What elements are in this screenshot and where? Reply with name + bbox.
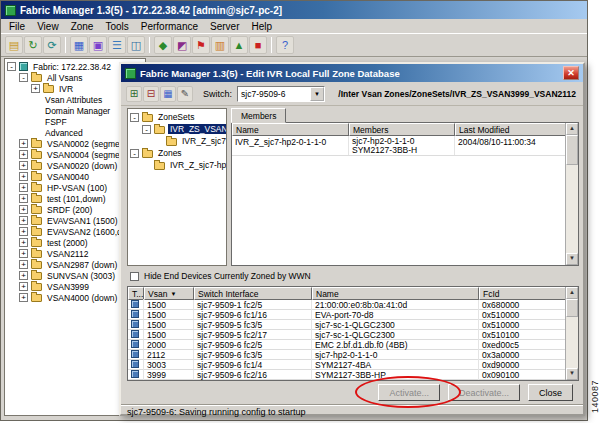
map-layout-icon[interactable]: ▦ — [70, 36, 88, 54]
tree-expander-icon[interactable]: + — [19, 194, 28, 203]
tree-expander-icon[interactable]: - — [130, 113, 139, 122]
column-header-name[interactable]: Name — [232, 123, 349, 136]
tree-expander-icon[interactable]: + — [19, 260, 28, 269]
edit-zone-icon[interactable]: ✎ — [177, 86, 193, 102]
menu-item[interactable]: File — [3, 20, 31, 33]
device-row[interactable]: 1500 sjc7-9509-6 fc1/16 EVA-port-70-d8 0… — [128, 310, 578, 320]
device-row[interactable]: 1500 sjc7-9509-1 fc2/5 21:00:00:e0:8b:0a… — [128, 300, 578, 310]
tree-expander-icon[interactable]: + — [19, 216, 28, 225]
tree-expander-icon[interactable]: - — [142, 125, 151, 134]
members-table-row[interactable]: IVR_Z_sjc7-hp2-0-1-1-0 sjc7-hp2-0-1-1-0 … — [232, 136, 578, 156]
switch-selector[interactable]: sjc7-9509-6 ▼ — [237, 86, 325, 102]
close-icon[interactable]: ✕ — [563, 66, 579, 80]
scroll-thumb[interactable] — [566, 135, 578, 165]
scroll-down-icon[interactable]: ▼ — [566, 368, 578, 380]
close-button[interactable]: Close — [528, 384, 573, 401]
zone-tree-item[interactable]: - Zones — [130, 147, 226, 159]
ivr-zone-icon[interactable]: ◩ — [173, 36, 191, 54]
tree-expander-icon[interactable]: + — [19, 282, 28, 291]
tab-members[interactable]: Members — [231, 108, 286, 123]
scroll-up-icon[interactable]: ▲ — [566, 123, 578, 135]
device-row[interactable]: 1500 sjc7-9509-5 fc3/5 sjc7-sc-1-QLGC230… — [128, 320, 578, 330]
scroll-down-icon[interactable]: ▼ — [566, 253, 578, 265]
menu-item[interactable]: Server — [204, 20, 245, 33]
stop-icon[interactable]: ■ — [249, 36, 267, 54]
menu-item[interactable]: View — [31, 20, 65, 33]
tree-expander-icon[interactable]: + — [19, 205, 28, 214]
tree-expander-icon[interactable]: - — [7, 62, 16, 71]
tree-expander-icon[interactable]: + — [19, 161, 28, 170]
devices-scrollbar[interactable]: ▲ ▼ — [565, 287, 578, 380]
summary-view-icon[interactable]: ☰ — [108, 36, 126, 54]
tree-expander-icon[interactable]: + — [19, 293, 28, 302]
tree-item-label: SUNVSAN (3003) — [45, 271, 117, 281]
scroll-thumb[interactable] — [566, 299, 578, 317]
folder-icon — [31, 283, 42, 291]
zone-tree-item[interactable]: - ZoneSets — [130, 111, 226, 123]
tree-expander-icon[interactable]: - — [130, 149, 139, 158]
members-scrollbar[interactable]: ▲ ▼ — [565, 123, 578, 265]
tree-expander-icon[interactable]: + — [19, 150, 28, 159]
toolbar-separator — [65, 37, 66, 53]
column-header-vsan[interactable]: Vsan ▼ — [144, 287, 194, 300]
vsan-cell: 1500 — [144, 320, 194, 330]
clone-zone-icon[interactable]: ▦ — [160, 86, 176, 102]
delete-row-icon[interactable]: ⊟ — [143, 86, 159, 102]
hide-end-devices-checkbox[interactable] — [130, 272, 139, 281]
tree-expander-icon[interactable]: + — [19, 183, 28, 192]
dialog-title: Fabric Manager 1.3(5) - Edit IVR Local F… — [140, 68, 400, 79]
tree-expander-icon[interactable]: - — [19, 73, 28, 82]
device-row[interactable]: 2000 sjc7-9509-6 fc2/5 EMC 2.bf.d1.db.f0… — [128, 340, 578, 350]
tree-expander-icon[interactable]: + — [19, 139, 28, 148]
device-row[interactable]: 1500 sjc7-9509-5 fc2/17 sjc7-sc-1-QLGC23… — [128, 330, 578, 340]
events-icon[interactable]: ▥ — [211, 36, 229, 54]
fcid-cell: 0x090100 — [479, 370, 567, 380]
device-manager-icon[interactable]: ▣ — [89, 36, 107, 54]
scroll-up-icon[interactable]: ▲ — [566, 287, 578, 299]
folder-icon — [31, 140, 42, 148]
zone-tree-item[interactable]: IVR_Z_sjc7-hp2 — [130, 135, 226, 147]
refresh-map-icon[interactable]: ⟳ — [43, 36, 61, 54]
switch-value: sjc7-9509-6 — [241, 89, 285, 99]
menu-item[interactable]: Performance — [135, 20, 204, 33]
tree-expander-icon[interactable]: + — [31, 84, 40, 93]
tree-expander-icon[interactable]: + — [19, 249, 28, 258]
folder-icon — [31, 250, 42, 258]
zone-tree-item[interactable]: - IVR_ZS_VSAN — [130, 123, 226, 135]
alarms-icon[interactable]: ⚑ — [192, 36, 210, 54]
dialog-titlebar[interactable]: Fabric Manager 1.3(5) - Edit IVR Local F… — [121, 64, 583, 82]
zone-database-icon[interactable]: ◫ — [127, 36, 145, 54]
menu-bar: File View Zone Tools Performance Server … — [1, 19, 587, 34]
insert-row-icon[interactable]: ⊞ — [126, 86, 142, 102]
device-row[interactable]: 3999 sjc7-9509-6 fc2/16 SYM2127-3BB-HP 0… — [128, 370, 578, 380]
performance-icon[interactable]: ▲ — [230, 36, 248, 54]
deactivate-button[interactable]: Deactivate... — [448, 384, 520, 401]
tree-expander-icon[interactable]: + — [19, 172, 28, 181]
help-icon[interactable]: ? — [276, 36, 294, 54]
switch-interface-cell: sjc7-9509-5 fc2/17 — [194, 330, 312, 340]
zone-name-cell: IVR_Z_sjc7-hp2-0-1-1-0 — [232, 136, 349, 155]
device-row[interactable]: 2112 sjc7-9509-6 fc3/5 sjc7-hp2-0-1-1-0 … — [128, 350, 578, 360]
main-titlebar[interactable]: Fabric Manager 1.3(5) - 172.22.38.42 [ad… — [1, 1, 587, 19]
open-fabric-icon[interactable]: ▤ — [5, 36, 23, 54]
device-type-icon — [131, 350, 139, 358]
tree-expander-icon[interactable]: + — [19, 227, 28, 236]
column-header-name[interactable]: Name — [312, 287, 479, 300]
column-header-members[interactable]: Members — [349, 123, 455, 136]
hide-end-devices-row: Hide End Devices Currently Zoned by WWN — [130, 271, 311, 281]
vsan-icon[interactable]: ◆ — [154, 36, 172, 54]
rediscover-icon[interactable]: ↻ — [24, 36, 42, 54]
chevron-down-icon[interactable]: ▼ — [310, 87, 324, 101]
column-header-last-modified[interactable]: Last Modified — [455, 123, 567, 136]
activate-button[interactable]: Activate... — [378, 384, 440, 401]
tree-expander-icon[interactable]: + — [19, 238, 28, 247]
tree-expander-icon[interactable]: + — [19, 271, 28, 280]
menu-item[interactable]: Zone — [65, 20, 100, 33]
menu-item[interactable]: Tools — [99, 20, 134, 33]
zone-tree-item[interactable]: IVR_Z_sjc7-hp2-0 — [130, 159, 226, 171]
column-header-switch-interface[interactable]: Switch Interface — [194, 287, 312, 300]
device-row[interactable]: 3003 sjc7-9509-6 fc1/4 SYM2127-4BA 0xd90… — [128, 360, 578, 370]
fcid-cell: 0xed00c5 — [479, 340, 567, 350]
column-header-fcid[interactable]: FcId — [479, 287, 567, 300]
menu-item[interactable]: Help — [245, 20, 278, 33]
